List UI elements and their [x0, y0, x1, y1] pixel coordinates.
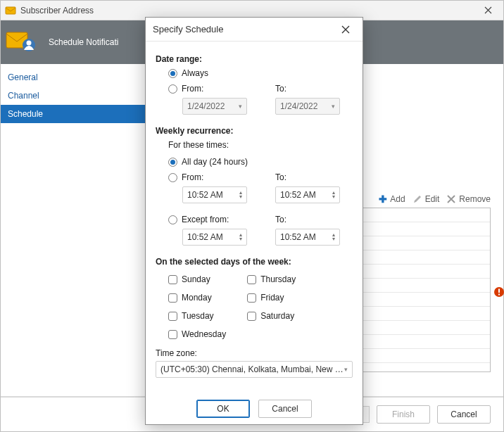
specify-schedule-dialog: Specify Schedule Date range: Always From… [145, 17, 363, 425]
plus-icon: ✚ [379, 193, 387, 205]
thursday-checkbox[interactable] [247, 275, 256, 284]
dialog-footer: OK Cancel [146, 393, 363, 424]
days-heading: On the selected days of the week: [156, 257, 353, 267]
x-icon [446, 194, 456, 204]
banner-icon [5, 25, 39, 59]
time-to-label: To: [275, 172, 286, 182]
edit-button[interactable]: Edit [412, 194, 440, 204]
close-icon [484, 6, 492, 14]
always-radio[interactable] [168, 69, 177, 78]
time-from-input[interactable]: 10:52 AM ▴▾ [182, 186, 247, 203]
tuesday-checkbox[interactable] [168, 312, 177, 321]
spinner-icon[interactable]: ▴▾ [332, 233, 335, 241]
wednesday-checkbox[interactable] [168, 330, 177, 339]
window-title: Subscriber Address [20, 6, 94, 15]
sidebar: General Channel Schedule [1, 64, 150, 396]
error-icon [493, 286, 504, 298]
cancel-button[interactable]: Cancel [437, 405, 491, 424]
sidebar-item-general[interactable]: General [1, 68, 149, 87]
except-label: Except from: [182, 215, 229, 224]
dialog-title: Specify Schedule [153, 24, 223, 34]
sidebar-item-channel[interactable]: Channel [1, 87, 149, 105]
weekly-subheading: For these times: [168, 140, 353, 150]
sidebar-item-schedule[interactable]: Schedule [1, 105, 149, 123]
dialog-cancel-button[interactable]: Cancel [258, 400, 312, 418]
date-from-input[interactable]: 1/24/2022▾ [182, 98, 247, 115]
spinner-icon[interactable]: ▴▾ [332, 191, 335, 199]
date-from-radio[interactable] [168, 84, 177, 94]
except-from-input[interactable]: 10:52 AM ▴▾ [182, 229, 247, 246]
chevron-down-icon: ▾ [239, 103, 242, 110]
weekly-heading: Weekly recurrence: [156, 126, 353, 136]
timezone-label: Time zone: [156, 348, 353, 358]
svg-point-3 [27, 41, 32, 46]
spinner-icon[interactable]: ▴▾ [239, 233, 242, 241]
chevron-down-icon: ▾ [344, 366, 348, 373]
finish-button[interactable]: Finish [377, 405, 430, 424]
pencil-icon [412, 194, 422, 204]
sunday-checkbox[interactable] [168, 275, 177, 284]
allday-label: All day (24 hours) [182, 157, 248, 167]
svg-rect-6 [498, 294, 500, 296]
saturday-checkbox[interactable] [247, 312, 256, 321]
chevron-down-icon: ▾ [332, 103, 335, 110]
to-label: To: [275, 84, 286, 94]
time-to-input[interactable]: 10:52 AM ▴▾ [275, 186, 340, 203]
banner-title: Schedule Notificati [49, 37, 118, 47]
dialog-titlebar: Specify Schedule [146, 18, 363, 42]
remove-button[interactable]: Remove [446, 194, 491, 204]
app-icon [5, 5, 16, 16]
dialog-body: Date range: Always From: 1/24/2022▾ To: [146, 42, 363, 393]
date-range-heading: Date range: [156, 54, 353, 64]
except-radio[interactable] [168, 215, 177, 224]
close-icon [341, 25, 350, 34]
svg-rect-5 [498, 289, 500, 293]
allday-radio[interactable] [168, 158, 177, 167]
ok-button[interactable]: OK [196, 400, 250, 418]
always-label: Always [182, 68, 208, 78]
time-from-label: From: [182, 172, 203, 182]
close-button[interactable] [472, 1, 503, 20]
svg-rect-0 [6, 7, 15, 14]
except-to-label: To: [275, 215, 286, 224]
from-label: From: [182, 84, 203, 94]
date-to-input[interactable]: 1/24/2022▾ [275, 98, 340, 115]
spinner-icon[interactable]: ▴▾ [239, 191, 242, 199]
friday-checkbox[interactable] [247, 293, 256, 303]
dialog-close-button[interactable] [336, 20, 355, 39]
except-to-input[interactable]: 10:52 AM ▴▾ [275, 229, 340, 246]
timezone-select[interactable]: (UTC+05:30) Chennai, Kolkata, Mumbai, Ne… [156, 361, 353, 378]
add-button[interactable]: ✚Add [379, 193, 405, 205]
time-from-radio[interactable] [168, 173, 177, 182]
monday-checkbox[interactable] [168, 293, 177, 303]
